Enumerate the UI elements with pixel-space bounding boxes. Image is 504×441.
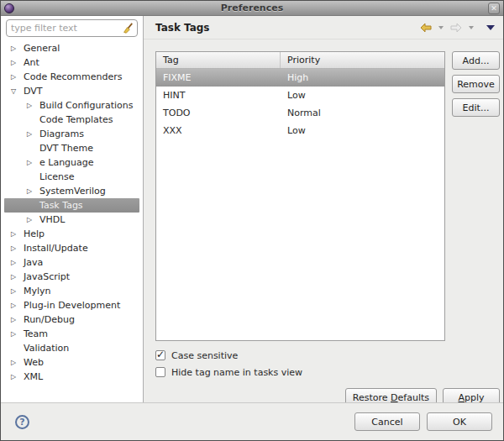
tree-item-label: Run/Debug — [24, 312, 75, 327]
cancel-button[interactable]: Cancel — [354, 412, 420, 431]
expand-icon[interactable]: ▷ — [9, 298, 24, 312]
tree-item-label: JavaScript — [24, 270, 70, 284]
expand-icon[interactable]: ▷ — [9, 55, 24, 70]
tag-cell: TODO — [156, 104, 281, 122]
view-menu-icon[interactable] — [486, 25, 495, 30]
header-toolbar — [419, 23, 495, 33]
collapse-icon[interactable]: ▽ — [9, 84, 24, 98]
tree-item-label: Code Recommenders — [24, 70, 123, 84]
options: Case sensitiveHide tag name in tasks vie… — [155, 347, 500, 381]
expand-icon[interactable]: ▷ — [9, 255, 24, 270]
expand-icon[interactable]: ▷ — [25, 155, 39, 170]
preferences-dialog: Preferences ✕ ▷General▷Ant▷Code Recommen… — [0, 0, 504, 441]
tree-item-team[interactable]: ▷Team — [4, 327, 139, 341]
tag-cell: FIXME — [156, 69, 281, 87]
hide-tag-name-in-tasks-view-checkbox[interactable]: Hide tag name in tasks view — [155, 364, 500, 381]
expand-icon[interactable]: ▷ — [9, 284, 24, 298]
tree-item-dvt-theme[interactable]: DVT Theme — [4, 141, 139, 155]
column-header-tag[interactable]: Tag — [156, 52, 281, 68]
tree-item-validation[interactable]: Validation — [4, 341, 139, 355]
tree-item-license[interactable]: License — [4, 170, 139, 184]
expand-icon[interactable]: ▷ — [25, 98, 39, 113]
tree-item-label: Mylyn — [24, 284, 51, 298]
tag-cell: HINT — [156, 87, 281, 104]
task-tags-table: Tag Priority FIXMEHighHINTLowTODONormalX… — [155, 51, 445, 341]
tree-item-code-recommenders[interactable]: ▷Code Recommenders — [4, 70, 139, 84]
tree-item-plug-in-development[interactable]: ▷Plug-in Development — [4, 298, 139, 312]
dialog-footer: ? Cancel OK — [1, 402, 503, 440]
close-icon[interactable]: ✕ — [488, 3, 500, 14]
tree-item-code-templates[interactable]: Code Templates — [4, 113, 139, 127]
table-row-todo[interactable]: TODONormal — [156, 104, 444, 122]
priority-cell: Low — [281, 87, 444, 104]
preferences-tree: ▷General▷Ant▷Code Recommenders▽DVT▷Build… — [1, 39, 143, 402]
expand-icon[interactable]: ▷ — [9, 270, 24, 284]
tree-item-dvt[interactable]: ▽DVT — [4, 84, 139, 98]
expand-icon[interactable]: ▷ — [9, 227, 24, 241]
task-tags-panel: Task Tags — [144, 16, 503, 402]
help-icon[interactable]: ? — [15, 415, 29, 429]
tree-item-label: DVT — [24, 84, 43, 98]
tree-item-ant[interactable]: ▷Ant — [4, 55, 139, 70]
add-button[interactable]: Add... — [452, 51, 500, 70]
tree-item-general[interactable]: ▷General — [4, 41, 139, 55]
tree-item-vhdl[interactable]: ▷VHDL — [4, 213, 139, 227]
tree-item-help[interactable]: ▷Help — [4, 227, 139, 241]
page-content: Tag Priority FIXMEHighHINTLowTODONormalX… — [144, 39, 503, 402]
tree-item-label: Java — [24, 255, 43, 270]
tree-item-label: Plug-in Development — [24, 298, 120, 312]
expand-icon[interactable]: ▷ — [9, 70, 24, 84]
title-bar[interactable]: Preferences ✕ — [1, 1, 503, 16]
expand-icon[interactable]: ▷ — [25, 184, 39, 198]
tree-item-e-language[interactable]: ▷e Language — [4, 155, 139, 170]
tree-item-diagrams[interactable]: ▷Diagrams — [4, 127, 139, 141]
tag-cell: XXX — [156, 122, 281, 139]
checkbox-checked-icon[interactable] — [155, 350, 165, 360]
tree-item-label: General — [24, 41, 60, 55]
case-sensitive-checkbox[interactable]: Case sensitive — [155, 347, 500, 364]
forward-menu-chevron-icon — [469, 26, 474, 29]
ok-button[interactable]: OK — [427, 412, 492, 431]
table-row-fixme[interactable]: FIXMEHigh — [156, 69, 444, 87]
table-header[interactable]: Tag Priority — [156, 52, 444, 69]
expand-icon[interactable]: ▷ — [9, 370, 24, 384]
tree-item-xml[interactable]: ▷XML — [4, 370, 139, 384]
tree-item-systemverilog[interactable]: ▷SystemVerilog — [4, 184, 139, 198]
checkbox-label: Hide tag name in tasks view — [171, 367, 302, 378]
priority-cell: High — [281, 69, 444, 87]
column-header-priority[interactable]: Priority — [281, 52, 444, 68]
checkbox-unchecked-icon[interactable] — [155, 367, 165, 377]
expand-icon[interactable]: ▷ — [9, 241, 24, 255]
expand-icon[interactable]: ▷ — [9, 41, 24, 55]
back-icon[interactable] — [419, 23, 433, 33]
checkbox-label: Case sensitive — [171, 350, 238, 361]
priority-cell: Low — [281, 122, 444, 139]
tree-item-label: XML — [24, 370, 43, 384]
tree-item-build-configurations[interactable]: ▷Build Configurations — [4, 98, 139, 113]
expand-icon[interactable]: ▷ — [9, 312, 24, 327]
expand-icon[interactable]: ▷ — [9, 355, 24, 370]
clear-filter-icon[interactable] — [122, 23, 134, 34]
tree-item-java[interactable]: ▷Java — [4, 255, 139, 270]
tree-item-task-tags[interactable]: Task Tags — [4, 198, 139, 213]
tree-item-run-debug[interactable]: ▷Run/Debug — [4, 312, 139, 327]
filter-input[interactable] — [11, 23, 122, 34]
expand-icon[interactable]: ▷ — [9, 327, 24, 341]
tree-item-web[interactable]: ▷Web — [4, 355, 139, 370]
expand-icon[interactable]: ▷ — [25, 213, 39, 227]
tree-item-label: DVT Theme — [39, 141, 93, 155]
tree-item-label: License — [39, 170, 74, 184]
page-title: Task Tags — [155, 22, 210, 34]
tree-item-label: Build Configurations — [39, 98, 133, 113]
tree-item-mylyn[interactable]: ▷Mylyn — [4, 284, 139, 298]
expand-icon[interactable]: ▷ — [25, 127, 39, 141]
table-row-xxx[interactable]: XXXLow — [156, 122, 444, 139]
remove-button[interactable]: Remove — [452, 75, 500, 93]
tree-item-javascript[interactable]: ▷JavaScript — [4, 270, 139, 284]
tree-item-install-update[interactable]: ▷Install/Update — [4, 241, 139, 255]
back-menu-chevron-icon[interactable] — [438, 26, 444, 29]
tree-item-label: SystemVerilog — [39, 184, 106, 198]
tree-item-label: Help — [24, 227, 45, 241]
table-row-hint[interactable]: HINTLow — [156, 87, 444, 104]
edit-button[interactable]: Edit... — [452, 98, 500, 117]
